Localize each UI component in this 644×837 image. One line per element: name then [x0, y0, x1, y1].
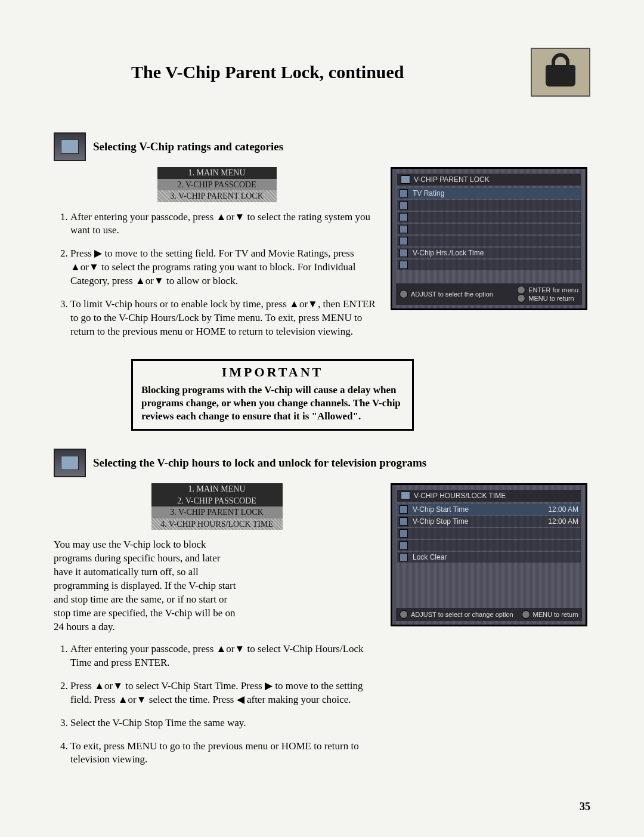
important-callout: IMPORTANT Blocking programs with the V-c…: [131, 359, 414, 431]
adjust-icon: [400, 610, 408, 619]
section-ratings: Selecting V-Chip ratings and categories …: [54, 132, 590, 348]
step-item: Press ▶ to move to the setting field. Fo…: [70, 247, 380, 288]
tv-icon: [54, 132, 86, 161]
lock-icon: [531, 48, 590, 97]
breadcrumb-item: 4. V-CHIP HOURS/LOCK TIME: [151, 518, 283, 530]
step-item: Press ▲or▼ to select V-Chip Start Time. …: [70, 680, 380, 707]
page-title: The V-Chip Parent Lock, continued: [131, 62, 404, 82]
section-head: Selecting V-Chip ratings and categories: [54, 132, 590, 161]
osd-row-label: TV Rating: [413, 189, 444, 197]
adjust-icon: [400, 290, 408, 298]
tv-icon: [54, 449, 86, 477]
osd-row-value: 12:00 AM: [548, 505, 578, 514]
section-hours: Selecting the V-chip hours to lock and u…: [54, 449, 590, 776]
important-title: IMPORTANT: [141, 365, 404, 380]
step-item: Select the V-Chip Stop Time the same way…: [70, 716, 380, 730]
breadcrumb-1: 1. MAIN MENU 2. V-CHIP PASSCODE 3. V-CHI…: [157, 167, 277, 202]
osd-footer-text: ENTER for menu: [528, 286, 578, 294]
osd-icon: [401, 492, 410, 500]
section-head: Selecting the V-chip hours to lock and u…: [54, 449, 590, 477]
step-item: To limit V-chip hours or to enable lock …: [70, 298, 380, 339]
steps-list-1: After entering your passcode, press ▲or▼…: [54, 211, 380, 339]
osd-row-value: 12:00 AM: [548, 517, 578, 526]
section-title: Selecting V-Chip ratings and categories: [93, 140, 283, 153]
page-number: 35: [580, 801, 590, 813]
enter-icon: [517, 286, 525, 294]
osd-row-label: V-Chip Start Time: [413, 505, 543, 514]
breadcrumb-item: 1. MAIN MENU: [157, 167, 277, 179]
osd-footer-text: MENU to return: [528, 295, 574, 302]
intro-paragraph: You may use the V-chip lock to block pro…: [54, 538, 239, 634]
steps-list-2: After entering your passcode, press ▲or▼…: [54, 643, 380, 767]
osd-row-label: V-Chip Stop Time: [413, 517, 543, 526]
osd-title: V-CHIP PARENT LOCK: [414, 175, 490, 184]
menu-icon: [517, 294, 525, 302]
osd-footer-text: ADJUST to select or change option: [411, 611, 513, 618]
osd-screenshot-1: V-CHIP PARENT LOCK TV Rating V-Chip Hrs.…: [391, 167, 587, 310]
step-item: After entering your passcode, press ▲or▼…: [70, 211, 380, 238]
osd-title: V-CHIP HOURS/LOCK TIME: [414, 492, 506, 500]
manual-page: The V-Chip Parent Lock, continued Select…: [0, 0, 644, 837]
osd-footer-text: ADJUST to select the option: [411, 291, 493, 298]
breadcrumb-2: 1. MAIN MENU 2. V-CHIP PASSCODE 3. V-CHI…: [151, 483, 283, 530]
breadcrumb-item: 3. V-CHIP PARENT LOCK: [157, 190, 277, 202]
breadcrumb-item: 3. V-CHIP PARENT LOCK: [151, 506, 283, 518]
page-header: The V-Chip Parent Lock, continued: [54, 48, 590, 97]
breadcrumb-item: 1. MAIN MENU: [151, 483, 283, 495]
section-title: Selecting the V-chip hours to lock and u…: [93, 456, 426, 470]
menu-icon: [522, 610, 530, 619]
important-body: Blocking programs with the V-chip will c…: [141, 384, 404, 423]
breadcrumb-item: 2. V-CHIP PASSCODE: [151, 495, 283, 507]
osd-row-label: Lock Clear: [413, 553, 578, 561]
step-item: After entering your passcode, press ▲or▼…: [70, 643, 380, 670]
osd-screenshot-2: V-CHIP HOURS/LOCK TIME V-Chip Start Time…: [391, 483, 587, 626]
breadcrumb-item: 2. V-CHIP PASSCODE: [157, 179, 277, 191]
step-item: To exit, press MENU to go to the previou…: [70, 740, 380, 767]
osd-icon: [401, 175, 410, 184]
osd-row-label: V-Chip Hrs./Lock Time: [413, 249, 484, 257]
osd-footer-text: MENU to return: [533, 611, 578, 618]
